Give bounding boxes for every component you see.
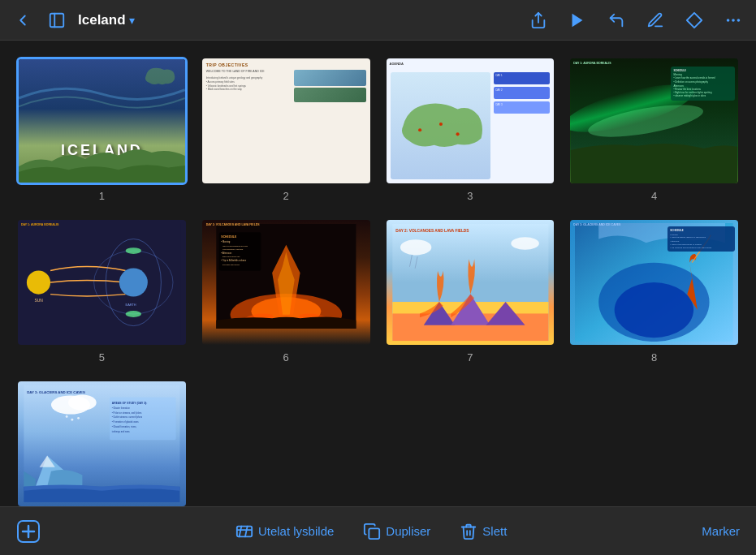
slide-2-image-1 — [294, 70, 366, 86]
slide-2-header: TRIP OBJECTIVES — [206, 62, 366, 67]
svg-point-15 — [27, 270, 50, 294]
svg-text:SUN: SUN — [35, 299, 44, 303]
svg-text:• Glacial formation, rivers,: • Glacial formation, rivers, — [112, 425, 137, 428]
slide-thumb-1: ICELAND REYKJAVIK FIELD TRIP — [16, 57, 188, 185]
play-button[interactable] — [564, 7, 590, 33]
undo-icon — [607, 11, 625, 29]
exclude-icon — [235, 523, 253, 540]
svg-text:SCHEDULE: SCHEDULE — [221, 235, 237, 239]
undo-button[interactable] — [603, 7, 629, 33]
delete-label: Slett — [482, 524, 507, 538]
back-icon — [14, 11, 32, 29]
slide-3-agenda: DAY 1 DAY 2 DAY 3 — [494, 72, 550, 179]
slide-4-content: DAY 1: AURORA BOREALIS — [570, 58, 738, 183]
svg-point-41 — [400, 239, 430, 255]
share-button[interactable] — [525, 7, 551, 33]
slide-item-3[interactable]: AGENDA DAY 1 — [385, 57, 556, 202]
slide-thumb-8: SCHEDULE Morning: • Hike the glacier reg… — [568, 218, 740, 346]
svg-point-9 — [438, 123, 442, 126]
svg-text:and black sand beach: and black sand beach — [222, 264, 240, 265]
slide-number-4: 4 — [651, 190, 657, 202]
duplicate-label: Dupliser — [386, 524, 430, 538]
svg-text:icebergs and seas: icebergs and seas — [112, 430, 130, 433]
sidebar-toggle-button[interactable] — [44, 7, 70, 33]
slide-2-text: WELCOME TO THE LAND OF FIRE AND ICE Intr… — [206, 70, 292, 179]
duplicate-slide-button[interactable]: Dupliser — [363, 523, 430, 540]
top-bar-right — [525, 7, 746, 33]
slide-2-images — [294, 70, 366, 179]
svg-rect-0 — [50, 13, 64, 27]
svg-point-8 — [418, 128, 421, 131]
slide-item-2[interactable]: TRIP OBJECTIVES WELCOME TO THE LAND OF F… — [201, 57, 372, 202]
slide-2-content: TRIP OBJECTIVES WELCOME TO THE LAND OF F… — [202, 58, 370, 183]
slide-number-7: 7 — [467, 351, 473, 364]
slide-2-image-2 — [294, 88, 366, 102]
svg-marker-4 — [687, 12, 702, 27]
aurora-diagram: SUN EARTH — [21, 223, 183, 342]
slide-number-8: 8 — [651, 351, 657, 364]
slide-3-map — [391, 72, 491, 179]
bottom-actions-center: Utelat lysbilde Dupliser Slett — [235, 523, 507, 540]
slide-item-5[interactable]: DAY 1: AURORA BOREALIS — [16, 218, 188, 364]
exclude-slide-button[interactable]: Utelat lysbilde — [235, 523, 334, 540]
slide-5-header: DAY 1: AURORA BOREALIS — [21, 223, 58, 226]
svg-text:DAY 2: VOLCANOES AND LAVA FIEL: DAY 2: VOLCANOES AND LAVA FIELDS — [395, 229, 469, 233]
slide-number-3: 3 — [467, 190, 473, 202]
slides-grid: ICELAND REYKJAVIK FIELD TRIP 1 — [16, 57, 740, 506]
title-chevron-icon[interactable]: ▾ — [129, 14, 135, 27]
slide-item-1[interactable]: ICELAND REYKJAVIK FIELD TRIP 1 — [16, 57, 188, 202]
svg-point-20 — [126, 311, 141, 317]
slide-4-schedule: SCHEDULE Morning: • Learn how the aurora… — [671, 67, 735, 101]
slide-3-day1: DAY 1 — [494, 72, 550, 84]
more-icon — [724, 11, 742, 29]
slide-item-9[interactable]: DAY 3: GLACIERS AND ICE CAVES AREAS OF S… — [16, 380, 188, 506]
svg-text:• Afternoon:: • Afternoon: — [221, 252, 232, 255]
slide-item-4[interactable]: DAY 1: AURORA BOREALIS — [568, 57, 740, 202]
share-icon — [529, 11, 547, 29]
slide-8-header: DAY 3: GLACIERS AND ICE CAVES — [573, 223, 620, 226]
annotate-icon — [646, 11, 664, 29]
volcano-photo: SCHEDULE • Morning: Hike to Fimmvörðuhál… — [206, 224, 366, 329]
delete-slide-button[interactable]: Slett — [460, 523, 507, 540]
svg-point-51 — [68, 395, 97, 411]
svg-point-6 — [738, 19, 740, 21]
slide-thumb-9: DAY 3: GLACIERS AND ICE CAVES AREAS OF S… — [16, 380, 188, 506]
annotate-button[interactable] — [642, 7, 668, 33]
slide-number-5: 5 — [99, 351, 105, 364]
slide-number-6: 6 — [283, 351, 289, 364]
svg-rect-74 — [369, 528, 380, 539]
iceland-map-full — [391, 72, 491, 179]
slide-5-content: DAY 1: AURORA BOREALIS — [18, 220, 186, 345]
landscape-icon — [19, 140, 185, 183]
slide-thumb-3: AGENDA DAY 1 — [385, 57, 556, 185]
volcano-diagram: DAY 2: VOLCANOES AND LAVA FIELDS — [391, 224, 551, 341]
svg-line-72 — [240, 526, 242, 536]
title-area: Iceland ▾ — [78, 12, 135, 28]
diamond-icon — [685, 11, 703, 29]
slide-8-schedule: SCHEDULE Morning: • Hike the glacier reg… — [667, 226, 735, 252]
svg-point-7 — [728, 19, 729, 21]
slide-number-1: 1 — [99, 190, 105, 202]
presentation-title: Iceland — [78, 12, 126, 28]
slide-3-map-area: DAY 1 DAY 2 DAY 3 — [391, 72, 551, 179]
top-bar-left: Iceland ▾ — [10, 7, 519, 33]
svg-text:• Morning:: • Morning: — [221, 240, 231, 243]
back-button[interactable] — [10, 7, 36, 33]
svg-text:• Glacier formation: • Glacier formation — [112, 407, 131, 410]
more-button[interactable] — [720, 7, 746, 33]
slide-item-7[interactable]: DAY 2: VOLCANOES AND LAVA FIELDS 7 — [385, 218, 556, 364]
svg-point-48 — [615, 282, 693, 338]
aurora-effect — [19, 67, 185, 129]
slide-item-6[interactable]: DAY 2: VOLCANOES AND LAVA FIELDS — [201, 218, 372, 364]
slide-thumb-4: DAY 1: AURORA BOREALIS — [568, 57, 740, 185]
add-slide-button[interactable] — [16, 519, 41, 544]
diamond-button[interactable] — [681, 7, 707, 33]
glacier-diagram: DAY 3: GLACIERS AND ICE CAVES AREAS OF S… — [22, 385, 182, 502]
marker-button[interactable]: Marker — [702, 524, 740, 538]
slide-item-8[interactable]: SCHEDULE Morning: • Hike the glacier reg… — [568, 218, 740, 364]
slide-3-day2: DAY 2 — [494, 87, 550, 99]
bottom-bar: Utelat lysbilde Dupliser Slett Marker — [0, 506, 756, 555]
svg-text:• Polar ice streams, and fjolv: • Polar ice streams, and fjolves — [112, 411, 142, 415]
slide-7-content: DAY 2: VOLCANOES AND LAVA FIELDS — [387, 220, 555, 345]
marker-label: Marker — [702, 524, 740, 538]
